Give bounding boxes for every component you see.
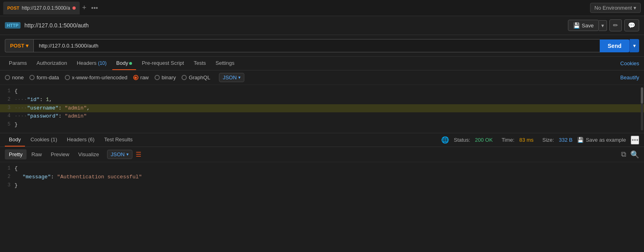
- resp-format-caret-icon: ▾: [126, 152, 129, 157]
- url-input[interactable]: [33, 39, 599, 52]
- response-tab-bar: Body Cookies (1) Headers (6) Test Result…: [0, 133, 644, 147]
- headers-count: 10: [99, 60, 105, 66]
- req-line-4: 4 ····"password": "admin": [0, 112, 644, 121]
- radio-binary[interactable]: binary: [155, 74, 176, 81]
- send-label: Send: [608, 43, 621, 49]
- radio-urlencoded-circle: [65, 75, 70, 80]
- req-line-2: 2 ····"id": 1,: [0, 96, 644, 104]
- save-as-example-button[interactable]: 💾 Save as example: [577, 137, 626, 143]
- tab-bar: POST http://127.0.0.1:5000/a + ••• No En…: [0, 0, 644, 16]
- tab-authorization[interactable]: Authorization: [33, 57, 71, 70]
- resp-format-label: JSON: [111, 151, 125, 157]
- radio-graphql[interactable]: GraphQL: [182, 74, 210, 81]
- editor-scrollbar-thumb: [641, 87, 643, 103]
- method-label: POST: [10, 43, 24, 49]
- resp-format-visualize[interactable]: Visualize: [74, 149, 103, 159]
- response-section: Body Cookies (1) Headers (6) Test Result…: [0, 133, 644, 192]
- radio-raw-circle: [133, 75, 138, 80]
- address-bar-actions: 💾 Save ▾ ✏ 💬: [568, 19, 639, 31]
- comment-button[interactable]: 💬: [624, 19, 639, 31]
- send-button[interactable]: Send: [600, 39, 630, 52]
- format-label: JSON: [223, 74, 237, 81]
- resp-tab-cookies[interactable]: Cookies (1): [27, 133, 61, 147]
- tab-more-button[interactable]: •••: [89, 4, 101, 12]
- save-button[interactable]: 💾 Save: [568, 20, 599, 31]
- radio-none[interactable]: none: [5, 74, 24, 81]
- request-body-editor[interactable]: 1 { 2 ····"id": 1, 3 ····"username": "ad…: [0, 85, 644, 133]
- method-caret-icon: ▾: [26, 43, 29, 49]
- format-selector[interactable]: JSON ▾: [219, 73, 244, 82]
- radio-none-circle: [5, 75, 10, 80]
- response-more-button[interactable]: •••: [631, 136, 639, 145]
- tab-body[interactable]: Body: [112, 57, 136, 70]
- resp-tab-headers[interactable]: Headers (6): [63, 133, 99, 147]
- tab-bar-right: No Environment ▾: [590, 3, 641, 13]
- resp-line-3: 3 }: [0, 182, 644, 190]
- editor-scrollbar[interactable]: [641, 87, 643, 130]
- body-active-dot: [129, 62, 132, 65]
- req-line-1: 1 {: [0, 87, 644, 96]
- search-response-button[interactable]: 🔍: [630, 150, 639, 159]
- radio-binary-circle: [155, 75, 160, 80]
- method-selector[interactable]: POST ▾: [5, 39, 33, 52]
- req-line-5: 5 }: [0, 121, 644, 129]
- save-label: Save: [582, 23, 594, 29]
- resp-tab-body[interactable]: Body: [5, 133, 25, 147]
- request-tabs: Params Authorization Headers (10) Body P…: [0, 57, 644, 70]
- beautify-button[interactable]: Beautify: [620, 74, 639, 81]
- tab-tests[interactable]: Tests: [190, 57, 210, 70]
- radio-graphql-circle: [182, 75, 187, 80]
- tab-method: POST: [7, 6, 19, 10]
- resp-line-2: 2 "message": "Authentication successful": [0, 173, 644, 182]
- save-caret-button[interactable]: ▾: [599, 20, 607, 31]
- cookies-link[interactable]: Cookies: [620, 57, 639, 70]
- status-label: Status:: [454, 137, 470, 143]
- address-bar: HTTP http://127.0.0.1:5000/auth 💾 Save ▾…: [0, 16, 644, 35]
- tab-prerequest[interactable]: Pre-request Script: [138, 57, 188, 70]
- radio-raw[interactable]: raw: [133, 74, 149, 81]
- radio-form-data-circle: [29, 75, 35, 80]
- wrap-lines-button[interactable]: ☰: [136, 151, 141, 158]
- resp-line-1: 1 {: [0, 165, 644, 173]
- edit-button[interactable]: ✏: [609, 19, 622, 31]
- resp-tab-test-results[interactable]: Test Results: [100, 133, 137, 147]
- tab-params[interactable]: Params: [5, 57, 31, 70]
- globe-icon: 🌐: [441, 136, 449, 144]
- size-label: Size:: [543, 137, 554, 143]
- environment-selector[interactable]: No Environment ▾: [590, 3, 641, 13]
- tab-unsaved-dot: [72, 6, 76, 10]
- size-value: 332 B: [559, 137, 572, 143]
- address-url: http://127.0.0.1:5000/auth: [25, 22, 564, 29]
- save-example-label: Save as example: [586, 137, 626, 143]
- time-label: Time:: [502, 137, 514, 143]
- time-value: 83 ms: [519, 137, 533, 143]
- tab-settings[interactable]: Settings: [212, 57, 239, 70]
- send-caret-button[interactable]: ▾: [630, 39, 639, 52]
- radio-raw-inner: [134, 76, 137, 79]
- format-caret-icon: ▾: [238, 75, 241, 80]
- status-value: 200 OK: [475, 137, 493, 143]
- copy-response-button[interactable]: ⧉: [621, 150, 626, 159]
- add-tab-button[interactable]: +: [80, 4, 89, 12]
- request-tab[interactable]: POST http://127.0.0.1:5000/a: [3, 2, 80, 14]
- radio-form-data[interactable]: form-data: [29, 74, 59, 81]
- radio-urlencoded[interactable]: x-www-form-urlencoded: [65, 74, 128, 81]
- resp-format-selector[interactable]: JSON ▾: [107, 150, 132, 159]
- response-body-viewer: 1 { 2 "message": "Authentication success…: [0, 162, 644, 192]
- body-type-bar: none form-data x-www-form-urlencoded raw…: [0, 70, 644, 85]
- env-caret-icon: ▾: [634, 5, 636, 11]
- response-meta: 🌐 Status: 200 OK Time: 83 ms Size: 332 B…: [441, 136, 639, 145]
- resp-format-pretty[interactable]: Pretty: [5, 149, 27, 159]
- req-line-3: 3 ····"username": "admin",: [0, 104, 644, 113]
- http-badge: HTTP: [5, 22, 21, 29]
- request-bar: POST ▾ Send ▾: [0, 35, 644, 57]
- save-icon: 💾: [577, 137, 584, 143]
- env-label: No Environment: [594, 5, 632, 11]
- response-toolbar: Pretty Raw Preview Visualize JSON ▾ ☰ ⧉ …: [0, 147, 644, 162]
- resp-format-raw[interactable]: Raw: [27, 149, 46, 159]
- resp-format-preview[interactable]: Preview: [47, 149, 73, 159]
- tab-headers[interactable]: Headers (10): [73, 57, 111, 70]
- resp-right-icons: ⧉ 🔍: [621, 150, 639, 159]
- tab-url: http://127.0.0.1:5000/a: [22, 5, 70, 11]
